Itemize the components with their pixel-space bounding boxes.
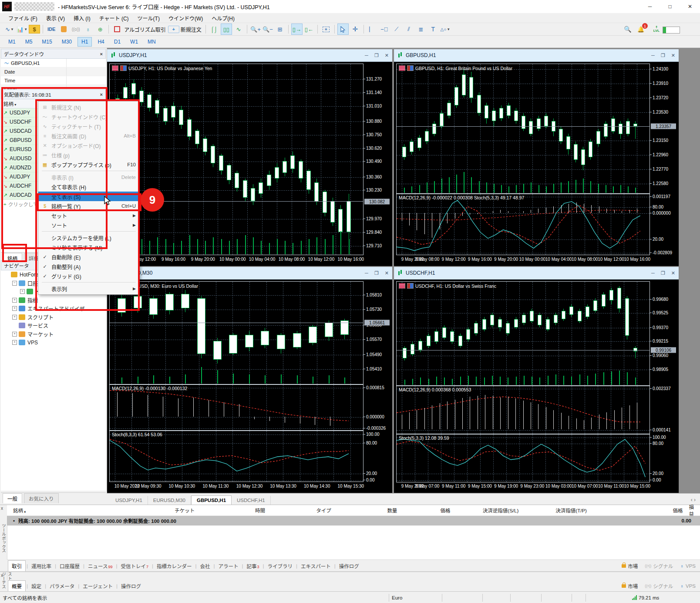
timeframe-m5[interactable]: M5 xyxy=(21,37,37,47)
navigator-item-indicators[interactable]: +指標 xyxy=(1,296,106,305)
timeframe-m1[interactable]: M1 xyxy=(4,37,20,47)
chart-tab-usdchf-h1[interactable]: USDCHF,H1 xyxy=(232,496,271,505)
tree-expander-icon[interactable]: + xyxy=(12,298,17,303)
context-menu-item[interactable]: $銘柄一覧 (Y)Ctrl+U xyxy=(38,201,139,211)
menu-t[interactable]: ツール(T) xyxy=(134,13,164,23)
market-watch-col-0[interactable]: 銘柄 ▾ xyxy=(1,100,37,107)
navigator-tab-一般[interactable]: 一般 xyxy=(3,493,22,503)
chart-restore-button[interactable]: ❐ xyxy=(661,53,665,58)
indicator-pane[interactable]: Stoch(5,3,3) 12.08 39.59 xyxy=(396,434,650,482)
connection-status[interactable]: 79.21 ms xyxy=(632,595,659,600)
menu-i[interactable]: 挿入 (I) xyxy=(70,13,94,23)
status-market[interactable]: 市場 xyxy=(622,583,638,590)
market-bag-icon[interactable] xyxy=(58,24,69,35)
menu-v[interactable]: 表示 (V) xyxy=(42,13,69,23)
toolbox-col-5[interactable]: 価格 xyxy=(403,507,456,514)
toolbox-col-2[interactable]: 時間 xyxy=(201,507,271,514)
metaeditor-ide-button[interactable]: IDE xyxy=(46,24,57,35)
status-vps[interactable]: ♁VPS xyxy=(680,583,696,589)
text-tool-icon[interactable]: T xyxy=(427,24,439,35)
price-scale[interactable]: 1.058101.057301.056501.055701.054901.054… xyxy=(363,281,390,482)
depth-of-market-icon[interactable] xyxy=(112,65,118,71)
time-axis[interactable]: 9 May 20229 May 08:009 May 12:009 May 16… xyxy=(396,255,650,265)
toolbox-col-0[interactable]: 銘柄 ▴ xyxy=(7,507,96,514)
tree-expander-icon[interactable]: + xyxy=(12,340,17,345)
new-order-label[interactable]: 新規注文 xyxy=(181,26,202,33)
horizontal-line-tool-icon[interactable]: −⃘ xyxy=(379,24,390,35)
indicator-pane[interactable]: Stoch(8,3,3) 61.54 53.06 xyxy=(109,431,363,482)
depth-of-market-icon[interactable] xyxy=(399,65,405,71)
context-menu-item[interactable]: ソート▶ xyxy=(38,220,139,230)
tester-tab-パラメータ[interactable]: パラメータ xyxy=(46,581,78,591)
chart-window-titlebar[interactable]: EURUSD,M30─❐✕ xyxy=(107,267,392,280)
tile-windows-icon[interactable]: ⊞ xyxy=(274,24,286,35)
time-axis[interactable]: 10 May 202210 May 09:3010 May 10:3010 Ma… xyxy=(109,482,363,492)
context-menu-item[interactable]: 非表示 (I)Delete xyxy=(38,172,139,182)
chart-tab-eurusd-m30[interactable]: EURUSD,M30 xyxy=(148,496,191,505)
tree-expander-icon[interactable]: + xyxy=(12,315,17,320)
chart-window-gbpusd-h1[interactable]: GBPUSD,H1─❐✕GBPUSD, H1: Great Britain Po… xyxy=(394,49,679,266)
tester-tab-エージェント[interactable]: エージェント xyxy=(79,581,116,591)
crosshair-tool-icon[interactable]: ✛ xyxy=(350,24,361,35)
algo-trading-stop-icon[interactable] xyxy=(111,24,123,35)
chart-tab-gbpusd-h1[interactable]: GBPUSD,H1 xyxy=(191,495,232,505)
navigator-item-vps[interactable]: +VPS xyxy=(1,338,106,347)
fibonacci-tool-icon[interactable]: ≣ xyxy=(415,24,427,35)
chart-minimize-button[interactable]: ─ xyxy=(651,270,655,276)
context-menu-item[interactable]: 全て表示 (S) xyxy=(38,192,139,201)
algo-trading-label[interactable]: アルゴリズム取引 xyxy=(124,26,166,33)
chart-minimize-button[interactable]: ─ xyxy=(651,53,655,58)
candle-chart-mode-icon[interactable]: ▯▯ xyxy=(221,24,232,35)
one-click-trading-icon[interactable] xyxy=(120,65,127,71)
chart-window-titlebar[interactable]: GBPUSD,H1─❐✕ xyxy=(394,49,679,62)
chart-minimize-button[interactable]: ─ xyxy=(365,270,368,276)
chart-shift-icon[interactable]: ▯→ xyxy=(291,24,303,35)
trendline-tool-icon[interactable]: ⟋ xyxy=(391,24,402,35)
vps-balloon-icon[interactable]: ♁ xyxy=(82,24,94,35)
menu-h[interactable]: ヘルプ(H) xyxy=(208,13,239,23)
context-menu-item[interactable]: ⊞新規注文 (N) xyxy=(38,102,139,112)
chart-close-button[interactable]: ✕ xyxy=(385,270,389,276)
one-click-trading-icon[interactable] xyxy=(407,65,414,71)
toolbox-col-9[interactable]: 損益 xyxy=(689,503,700,517)
context-menu-item[interactable]: ✓自動整列 (A) xyxy=(38,262,139,271)
tree-expander-icon[interactable]: + xyxy=(20,289,25,294)
chart-profile-icon[interactable]: 📊▼ xyxy=(16,24,28,35)
chart-autoscroll-icon[interactable]: ▯← xyxy=(303,24,315,35)
community-globe-icon[interactable]: ⊕ xyxy=(94,24,106,35)
symbols-dollar-icon[interactable]: $ xyxy=(29,25,40,34)
status-market[interactable]: 市場 xyxy=(622,563,638,569)
chart-window-titlebar[interactable]: USDCHF,H1─❐✕ xyxy=(394,267,679,280)
toolbox-tab-口座履歴[interactable]: 口座履歴 xyxy=(56,561,83,571)
tree-expander-icon[interactable]: − xyxy=(12,281,17,286)
context-menu-item[interactable]: ▦ポップアッププライス (o)F10 xyxy=(38,160,139,169)
chart-window-usdchf-h1[interactable]: USDCHF,H1─❐✕USDCHF, H1: US Dollar vs Swi… xyxy=(394,266,679,493)
timeframe-d1[interactable]: D1 xyxy=(110,37,125,47)
toolbox-col-1[interactable]: チケット xyxy=(96,507,201,514)
tester-close-icon[interactable]: x xyxy=(1,573,3,578)
context-menu-item[interactable]: ✕オプションボード(O) xyxy=(38,141,139,150)
tester-tab-概要[interactable]: 概要 xyxy=(8,580,26,592)
price-pane[interactable]: EURUSD, M30: Euro vs US Dollar xyxy=(109,281,363,384)
chart-tab-usdjpy-h1[interactable]: USDJPY,H1 xyxy=(110,496,148,505)
toolbox-tab-ニュース[interactable]: ニュース99 xyxy=(84,561,116,571)
navigator-item-expert-advisors[interactable]: +エキスパートアドバイザ xyxy=(1,304,106,313)
notifications-bell-icon[interactable]: 🔔 1 xyxy=(635,24,646,35)
toolbox-tab-操作ログ[interactable]: 操作ログ xyxy=(336,561,363,571)
toolbox-tab-アラート[interactable]: アラート xyxy=(215,561,242,571)
toolbox-col-7[interactable]: 決済指値(T/P) xyxy=(525,507,593,514)
navigator-item-market[interactable]: +マーケット xyxy=(1,330,106,339)
context-menu-item[interactable]: ∿ティックチャート (T) xyxy=(38,121,139,131)
time-axis[interactable]: May 08:009 May 12:009 May 16:009 May 20:… xyxy=(109,255,363,265)
channel-tool-icon[interactable]: ⫽ xyxy=(403,24,414,35)
window-close-button[interactable]: ✕ xyxy=(680,0,700,13)
price-scale[interactable]: 0.996800.995250.993700.992150.990600.989… xyxy=(650,281,677,482)
window-minimize-button[interactable]: ─ xyxy=(640,0,660,13)
search-icon[interactable]: 🔍 xyxy=(622,24,633,35)
chart-restore-button[interactable]: ❐ xyxy=(661,270,665,276)
navigator-tab-お気に入り[interactable]: お気に入り xyxy=(24,493,59,503)
context-menu-item[interactable]: ✓自動削除 (E) xyxy=(38,252,139,262)
market-watch-close-icon[interactable]: × xyxy=(100,92,103,97)
toolbox-tab-エキスパート[interactable]: エキスパート xyxy=(297,561,334,571)
toolbox-col-4[interactable]: 数量 xyxy=(337,507,404,514)
